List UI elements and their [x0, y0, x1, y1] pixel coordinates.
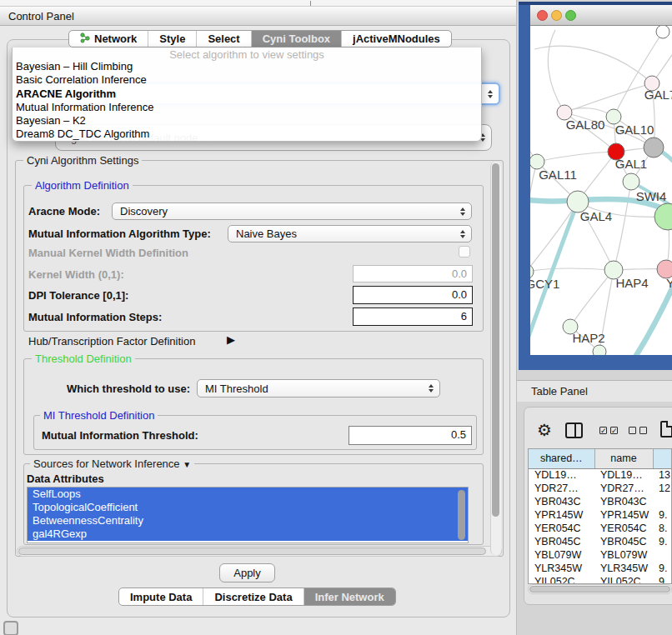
table-cell[interactable]: YDR27…: [594, 482, 653, 495]
attribute-item-gal4rgexp[interactable]: gal4RGexp: [28, 528, 468, 541]
table-cell[interactable]: YLR345W: [529, 562, 594, 575]
aracne-mode-combo[interactable]: Discovery: [112, 202, 472, 220]
tab-label: Select: [208, 32, 239, 45]
column-header-shared-[interactable]: shared…: [529, 449, 594, 468]
table-cell[interactable]: YIL052C: [594, 575, 653, 584]
tab-select[interactable]: Select: [197, 31, 251, 47]
sources-collapse-arrow-icon[interactable]: ▼: [183, 460, 191, 469]
mi-type-combo[interactable]: Naive Bayes: [228, 225, 472, 242]
table-row[interactable]: YBR045CYBR045C9.: [529, 535, 672, 548]
table-cell[interactable]: 9.: [653, 562, 672, 575]
aracne-mode-value: Discovery: [120, 205, 168, 218]
node-table[interactable]: shared…nameA YDL19…YDL19…13YDR27…YDR27…1…: [528, 448, 672, 584]
network-node-unlabeled[interactable]: [593, 345, 606, 355]
table-cell[interactable]: YER054C: [529, 522, 594, 535]
table-row[interactable]: YER054CYER054C8.: [529, 522, 672, 535]
table-cell[interactable]: YDR27…: [529, 482, 594, 495]
gear-icon[interactable]: ⚙: [537, 420, 552, 440]
combo-arrows-icon: [429, 384, 434, 392]
table-cell[interactable]: YER054C: [594, 522, 653, 535]
column-header-a[interactable]: A: [653, 449, 672, 468]
dropdown-item-bayesian-k2[interactable]: Bayesian – K2: [13, 114, 481, 128]
manual-kernel-checkbox[interactable]: [459, 246, 470, 258]
apply-button[interactable]: Apply: [219, 563, 275, 582]
dropdown-item-bayesian-hill-climbing[interactable]: Bayesian – Hill Climbing: [13, 60, 481, 73]
mi-steps-field[interactable]: 6: [353, 308, 473, 326]
table-cell[interactable]: 9.: [653, 535, 672, 548]
table-hscrollbar-thumb[interactable]: [529, 586, 670, 592]
table-cell[interactable]: YBL079W: [529, 548, 594, 562]
checked-columns-icon[interactable]: ✓✓: [599, 427, 618, 434]
tab-jactivemnodules[interactable]: jActiveMNodules: [342, 31, 451, 47]
dropdown-item-aracne-algorithm[interactable]: ARACNE Algorithm: [13, 88, 481, 101]
table-cell[interactable]: 12: [653, 482, 672, 495]
table-cell[interactable]: YPR145W: [594, 508, 653, 522]
table-cell[interactable]: 9.: [653, 508, 672, 522]
mi-type-value: Naive Bayes: [236, 228, 297, 240]
which-threshold-combo[interactable]: MI Threshold: [197, 379, 440, 398]
attribute-item-betweennesscentrality[interactable]: BetweennessCentrality: [28, 514, 468, 528]
table-cell[interactable]: YLR345W: [594, 562, 653, 575]
tab-style[interactable]: Style: [148, 31, 197, 47]
table-row[interactable]: YDR27…YDR27…12: [529, 482, 672, 495]
dropdown-item-mutual-information-inference[interactable]: Mutual Information Inference: [13, 101, 481, 114]
tab-cyni-toolbox[interactable]: Cyni Toolbox: [252, 31, 342, 47]
settings-vscrollbar-thumb[interactable]: [492, 163, 499, 517]
table-cell[interactable]: YDL19…: [594, 468, 653, 482]
kernel-width-field[interactable]: 0.0: [353, 265, 473, 282]
table-cell[interactable]: 13: [653, 468, 672, 482]
table-cell[interactable]: YPR145W: [529, 508, 594, 522]
unchecked-columns-icon[interactable]: [629, 427, 647, 434]
hub-expand-arrow-icon[interactable]: ▶: [227, 333, 235, 346]
table-row[interactable]: YPR145WYPR145W9.: [529, 508, 672, 522]
network-node-swi4[interactable]: [623, 173, 639, 190]
table-cell[interactable]: 9: [653, 575, 672, 584]
network-node-unlabeled[interactable]: [656, 26, 669, 38]
table-cell[interactable]: YBL079W: [594, 548, 653, 562]
table-cell[interactable]: [653, 495, 672, 508]
table-row[interactable]: YBR043CYBR043C: [529, 495, 672, 508]
table-row[interactable]: YIL052CYIL052C9: [529, 575, 672, 584]
tab-label: jActiveMNodules: [353, 32, 440, 45]
dropdown-item-basic-correlation-inference[interactable]: Basic Correlation Inference: [13, 73, 481, 87]
mi-steps-label: Mutual Information Steps:: [28, 311, 162, 323]
dropdown-item-dream8-dc-tdc-algorithm[interactable]: Dream8 DC_TDC Algorithm: [13, 128, 481, 141]
window-zoom-icon[interactable]: [565, 10, 576, 21]
column-header-name[interactable]: name: [594, 449, 653, 468]
table-row[interactable]: YBL079WYBL079W: [529, 548, 672, 562]
table-row[interactable]: YDL19…YDL19…13: [529, 468, 672, 482]
network-canvas[interactable]: GAL7GAL80GAL10GAL1GAL11SWI4GAL4GCY1HAP4Y…: [530, 26, 672, 355]
bottom-tab-infer-network[interactable]: Infer Network: [304, 588, 395, 605]
dpi-tolerance-field[interactable]: 0.0: [353, 286, 473, 304]
attribute-item-topologicalcoefficient[interactable]: TopologicalCoefficient: [28, 501, 468, 514]
table-cell[interactable]: 8.: [653, 522, 672, 535]
table-cell[interactable]: [653, 548, 672, 562]
table-cell[interactable]: YBR043C: [594, 495, 653, 508]
table-cell[interactable]: YBR045C: [594, 535, 653, 548]
network-node-unlabeled[interactable]: [644, 138, 664, 158]
table-cell[interactable]: YIL052C: [529, 575, 594, 584]
tab-label: Style: [159, 32, 185, 45]
table-cell[interactable]: YBR043C: [529, 495, 594, 508]
table-cell[interactable]: YBR045C: [529, 535, 594, 548]
table-row[interactable]: YLR345WYLR345W9.: [529, 562, 672, 575]
tab-network[interactable]: Network: [69, 31, 148, 47]
split-columns-icon[interactable]: [565, 422, 583, 438]
tab-label: Cyni Toolbox: [263, 32, 330, 45]
float-panel-icon[interactable]: [3, 621, 18, 635]
list-scrollbar-thumb[interactable]: [458, 490, 465, 540]
bottom-tab-impute-data[interactable]: Impute Data: [119, 588, 203, 605]
attribute-item-selfloops[interactable]: SelfLoops: [28, 488, 468, 501]
dpi-tolerance-label: DPI Tolerance [0,1]:: [28, 289, 128, 302]
mi-threshold-field[interactable]: 0.5: [349, 426, 472, 445]
window-minimize-icon[interactable]: [551, 10, 562, 21]
bottom-tab-discretize-data[interactable]: Discretize Data: [203, 588, 303, 605]
network-window-titlebar[interactable]: [530, 5, 672, 26]
aracne-mode-label: Aracne Mode:: [28, 205, 100, 218]
new-table-icon[interactable]: [660, 421, 672, 438]
table-cell[interactable]: YDL19…: [529, 468, 594, 482]
data-attributes-list[interactable]: SelfLoopsTopologicalCoefficientBetweenne…: [27, 487, 469, 543]
network-node-label: SWI4: [636, 189, 667, 203]
settings-hscrollbar-thumb[interactable]: [18, 548, 486, 555]
window-close-icon[interactable]: [537, 10, 548, 21]
